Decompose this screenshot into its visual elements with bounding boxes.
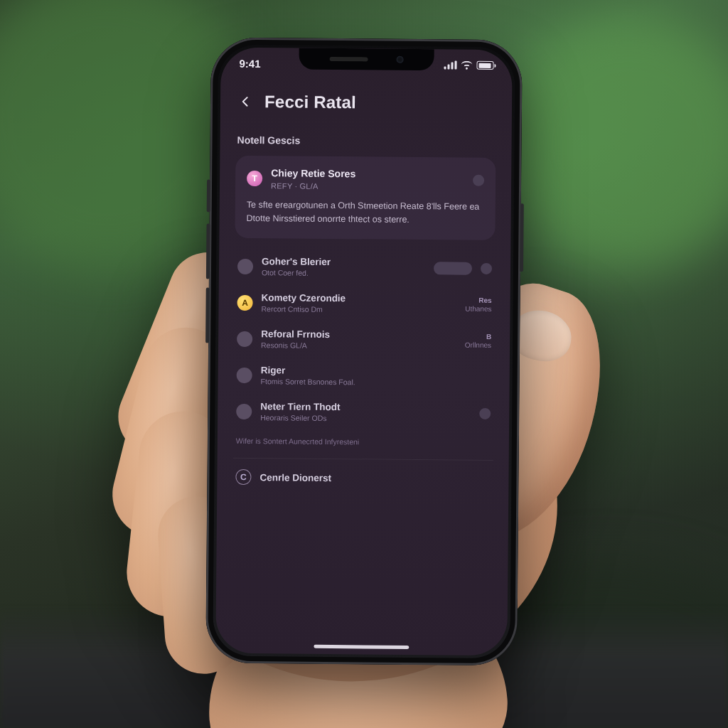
item-icon [236, 404, 252, 419]
item-icon [237, 368, 252, 383]
item-title: Komety Czerondie [262, 292, 457, 304]
back-button[interactable] [236, 92, 255, 111]
list-item[interactable]: Goher's Blerier Otot Coer fed. [235, 248, 495, 287]
wifi-icon [461, 61, 472, 70]
item-trailing-tag: B Orllnnes [465, 333, 491, 349]
screen: 9:41 Fecci Ratal Notell Gescis T Chiey R [215, 48, 512, 656]
divider [233, 458, 493, 461]
item-subtitle: Resonis GL/A [261, 341, 456, 350]
featured-title: Chiey Retie Sores [271, 167, 464, 181]
item-title: Riger [261, 365, 491, 378]
list-item[interactable]: Reforal Frrnois Resonis GL/A B Orllnnes [234, 321, 494, 359]
status-time: 9:41 [239, 57, 260, 69]
item-trailing-pill [434, 262, 472, 274]
ring-switch [207, 179, 210, 212]
item-trailing-tag: Res Uthanes [465, 296, 491, 313]
front-camera [397, 56, 404, 63]
battery-icon [476, 61, 493, 70]
speaker-grille [330, 57, 368, 61]
item-title: Reforal Frrnois [261, 328, 456, 341]
item-trailing-dot [481, 263, 492, 274]
item-icon [237, 259, 253, 274]
footer-note: Wifer is Sontert Aunecrted Infyresteni [236, 437, 491, 447]
featured-icon: T [247, 171, 262, 186]
item-trailing-dot [479, 408, 491, 419]
list-item[interactable]: A Komety Czerondie Rercort Cntiso Dm Res… [234, 284, 494, 323]
item-title: Neter Tiern Thodt [260, 401, 471, 414]
featured-trailing-dot [473, 174, 484, 186]
item-subtitle: Heoraris Seiler ODs [260, 413, 471, 424]
item-icon: A [237, 295, 252, 311]
item-title: Cenrle Dionerst [259, 472, 490, 485]
item-subtitle: Ftomis Sorret Bsnones Foal. [261, 377, 491, 387]
section-label: Notell Gescis [237, 134, 495, 148]
page-title: Fecci Ratal [264, 92, 356, 112]
side-button-right [520, 203, 524, 272]
featured-description: Te sfte ereargotunen a Orth Stmeetion Re… [247, 198, 484, 228]
notch [299, 48, 434, 71]
cellular-icon [444, 60, 456, 69]
volume-up-button [206, 223, 210, 279]
item-title: Goher's Blerier [262, 256, 425, 268]
list-item[interactable]: C Cenrle Dionerst [232, 461, 493, 495]
item-icon [237, 331, 252, 347]
chevron-left-icon [238, 95, 252, 109]
featured-subtitle: REFY · GL/A [271, 181, 464, 191]
item-icon: C [235, 469, 251, 485]
item-subtitle: Rercort Cntiso Dm [261, 304, 456, 314]
phone-device: 9:41 Fecci Ratal Notell Gescis T Chiey R [205, 38, 523, 666]
list-item[interactable]: Neter Tiern Thodt Heoraris Seiler ODs [233, 393, 493, 432]
item-subtitle: Otot Coer fed. [262, 268, 425, 278]
volume-down-button [205, 287, 210, 343]
featured-card[interactable]: T Chiey Retie Sores REFY · GL/A Te sfte … [235, 156, 496, 240]
list-item[interactable]: Riger Ftomis Sorret Bsnones Foal. [233, 357, 493, 395]
